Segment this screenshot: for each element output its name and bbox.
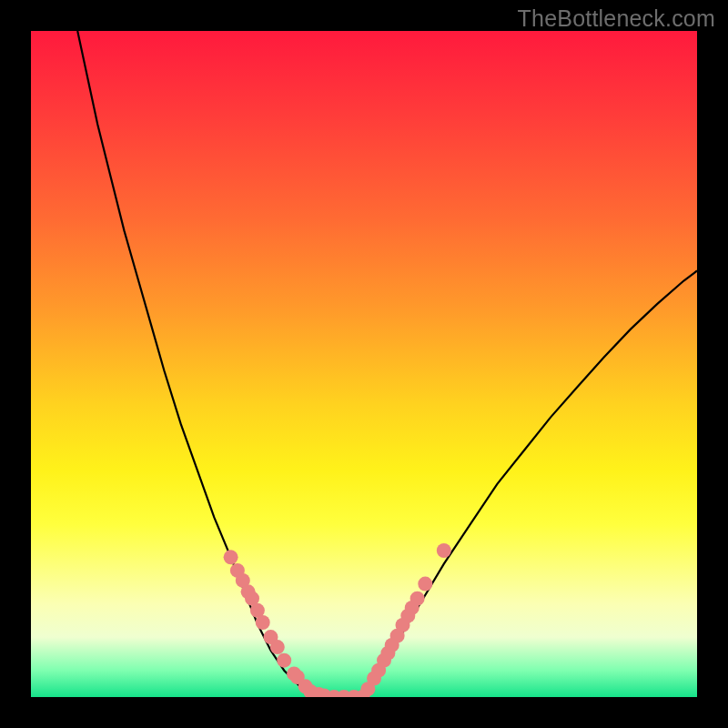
- data-point: [224, 550, 238, 564]
- watermark-text: TheBottleneck.com: [518, 5, 715, 32]
- data-point: [437, 543, 451, 558]
- data-point: [277, 653, 291, 668]
- data-point: [270, 640, 285, 654]
- marker-group: [224, 543, 451, 697]
- curve-group: [77, 31, 697, 697]
- outer-frame: TheBottleneck.com: [0, 0, 728, 728]
- chart-svg: [31, 31, 697, 697]
- data-point: [256, 615, 270, 630]
- data-point: [410, 592, 425, 606]
- data-point: [418, 577, 432, 592]
- bottleneck-curve: [77, 31, 697, 697]
- plot-area: [31, 31, 697, 697]
